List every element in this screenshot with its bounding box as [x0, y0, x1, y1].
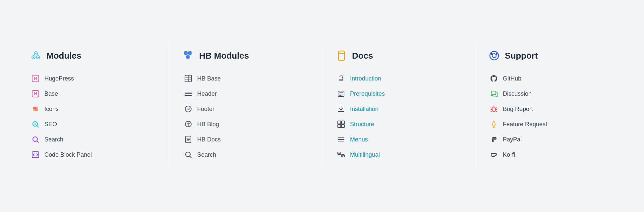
nav-item-hb-blog[interactable]: HB Blog: [183, 117, 309, 132]
hb-modules-header-icon: [183, 50, 195, 62]
divider-1: [169, 43, 169, 169]
nav-item-menus[interactable]: Menus: [335, 132, 461, 147]
nav-item-prerequisites[interactable]: Prerequisites: [335, 86, 461, 101]
discussion-icon: [490, 89, 498, 98]
hb-docs-label: HB Docs: [197, 136, 221, 143]
menus-label: Menus: [350, 136, 368, 143]
docs-title: Docs: [352, 51, 373, 61]
nav-item-github[interactable]: GitHub: [488, 71, 614, 86]
modules-title: Modules: [46, 51, 81, 61]
search-purple-icon: [31, 135, 40, 144]
nav-item-feature-request[interactable]: Feature Request: [488, 117, 614, 132]
feature-request-label: Feature Request: [503, 121, 547, 128]
svg-rect-40: [338, 51, 344, 60]
code-block-panel-label: Code Block Panel: [44, 151, 92, 158]
bug-icon: [490, 105, 498, 113]
svg-text:H: H: [34, 91, 37, 96]
svg-rect-52: [341, 125, 344, 128]
hb-blog-icon: [184, 120, 193, 129]
nav-item-hb-base[interactable]: HB Base: [183, 71, 309, 86]
column-support: Support GitHub Discussion: [478, 43, 624, 169]
hb-base-label: HB Base: [197, 75, 221, 82]
prerequisites-label: Prerequisites: [350, 90, 385, 97]
column-header-support: Support: [488, 50, 614, 62]
nav-item-icons[interactable]: Icons: [30, 101, 156, 117]
nav-item-multilingual[interactable]: Multilingual: [335, 147, 461, 162]
svg-line-68: [491, 108, 492, 108]
multilingual-label: Multilingual: [350, 151, 380, 158]
nav-container: Modules H HugoPress H Base: [0, 30, 644, 182]
nav-item-bug-report[interactable]: Bug Report: [488, 101, 614, 117]
menus-icon: [337, 135, 345, 144]
feature-request-icon: [490, 120, 498, 129]
column-header-docs: Docs: [335, 50, 461, 62]
nav-item-paypal[interactable]: PayPal: [488, 132, 614, 147]
svg-line-69: [496, 108, 497, 108]
support-header-icon: [488, 50, 500, 62]
nav-item-footer[interactable]: © Footer: [183, 101, 309, 117]
footer-label: Footer: [197, 106, 214, 113]
svg-line-39: [190, 156, 191, 158]
nav-item-discussion[interactable]: Discussion: [488, 86, 614, 101]
base-label: Base: [44, 90, 58, 97]
kofi-label: Ko-fi: [503, 151, 515, 158]
search-dark-icon: [184, 150, 193, 159]
icons-icon: [31, 105, 40, 113]
multilingual-icon: [337, 150, 345, 159]
nav-item-search-hb[interactable]: Search: [183, 147, 309, 162]
svg-rect-50: [341, 121, 344, 124]
hugopress-label: HugoPress: [44, 75, 74, 82]
introduction-label: Introduction: [350, 75, 381, 82]
seo-icon: [31, 120, 40, 129]
modules-header-icon: [30, 50, 42, 62]
svg-line-73: [496, 111, 497, 112]
nav-item-seo[interactable]: SEO: [30, 117, 156, 132]
svg-point-4: [33, 57, 34, 58]
svg-line-15: [37, 126, 38, 127]
discussion-label: Discussion: [503, 90, 532, 97]
nav-item-search[interactable]: Search: [30, 132, 156, 147]
svg-rect-51: [338, 125, 341, 128]
column-hb-modules: HB Modules HB Base Header: [173, 43, 319, 169]
github-icon: [490, 74, 498, 83]
nav-item-introduction[interactable]: Introduction: [335, 71, 461, 86]
column-docs: Docs Introduction Prerequisites: [325, 43, 471, 169]
svg-point-63: [492, 54, 496, 58]
nav-item-header[interactable]: Header: [183, 86, 309, 101]
hb-docs-icon: [184, 135, 193, 144]
nav-item-installation[interactable]: Installation: [335, 101, 461, 117]
svg-text:H: H: [34, 76, 37, 81]
header-label: Header: [197, 90, 217, 97]
bug-report-label: Bug Report: [503, 106, 533, 113]
github-label: GitHub: [503, 75, 521, 82]
kofi-icon: [490, 150, 498, 159]
column-modules: Modules H HugoPress H Base: [20, 43, 166, 169]
base-icon: H: [31, 89, 40, 98]
icons-label: Icons: [44, 106, 59, 113]
svg-point-3: [35, 53, 36, 54]
nav-item-structure[interactable]: Structure: [335, 117, 461, 132]
nav-item-hb-docs[interactable]: HB Docs: [183, 132, 309, 147]
docs-header-icon: [335, 50, 347, 62]
hb-modules-title: HB Modules: [199, 51, 249, 61]
svg-line-19: [37, 141, 38, 142]
divider-3: [475, 43, 475, 169]
footer-icon: ©: [184, 105, 193, 113]
nav-item-ko-fi[interactable]: Ko-fi: [488, 147, 614, 162]
hb-blog-label: HB Blog: [197, 121, 219, 128]
divider-2: [322, 43, 322, 169]
nav-item-base[interactable]: H Base: [30, 86, 156, 101]
installation-label: Installation: [350, 106, 379, 113]
seo-label: SEO: [44, 121, 57, 128]
nav-item-code-block-panel[interactable]: Code Block Panel: [30, 147, 156, 162]
svg-point-64: [491, 53, 493, 55]
structure-label: Structure: [350, 121, 374, 128]
svg-line-72: [491, 111, 492, 112]
nav-item-hugopress[interactable]: H HugoPress: [30, 71, 156, 86]
svg-point-65: [496, 53, 498, 55]
column-header-modules: Modules: [30, 50, 156, 62]
paypal-label: PayPal: [503, 136, 522, 143]
svg-rect-21: [184, 51, 188, 55]
structure-icon: [337, 120, 345, 129]
svg-point-13: [33, 109, 36, 111]
